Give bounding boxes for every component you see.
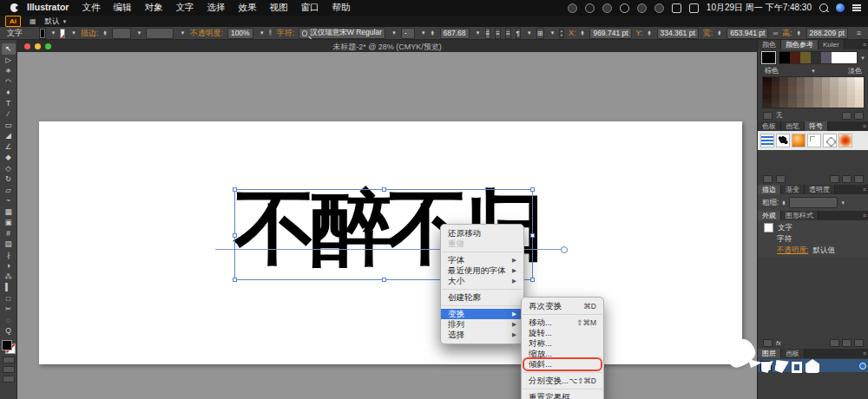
harmony-color-5[interactable] xyxy=(832,52,842,63)
font-size-field[interactable]: 687.68 xyxy=(440,28,470,39)
pen-tool[interactable]: ♦ xyxy=(2,87,16,98)
height-stepper[interactable]: ▲▼ xyxy=(797,30,801,36)
menu-item-arrange[interactable]: 排列▶ xyxy=(441,319,523,330)
display-icon[interactable] xyxy=(672,3,681,13)
menubar-item-1[interactable]: 文件 xyxy=(82,2,100,14)
canvas[interactable]: 不醉不归 xyxy=(17,52,757,399)
spotlight-search-icon[interactable] xyxy=(819,3,828,12)
chevron-down-icon[interactable]: ▼ xyxy=(527,30,532,36)
tab-画笔[interactable]: 画笔 xyxy=(781,121,805,131)
menu-item-size[interactable]: 大小▶ xyxy=(441,276,523,286)
shape-builder-tool[interactable]: ▣ xyxy=(2,217,16,228)
harmony-color-4[interactable] xyxy=(821,52,832,63)
arrange-documents-icon[interactable]: ▦ xyxy=(30,17,36,25)
chevron-down-icon[interactable]: ▼ xyxy=(860,56,865,61)
color-variation-swatch[interactable] xyxy=(847,103,856,108)
symbol-sprayer-tool[interactable]: ⁂ xyxy=(2,271,16,283)
menu-item-transform-again[interactable]: 再次变换⌘D xyxy=(522,301,603,311)
color-variations-grid[interactable] xyxy=(762,76,865,108)
handle-middle-left[interactable] xyxy=(233,233,237,238)
menu-item-rotate[interactable]: 旋转... xyxy=(522,328,603,338)
gradient-tool[interactable]: ▤ xyxy=(2,239,16,250)
artboard-tool[interactable]: □ xyxy=(2,293,16,304)
y-field[interactable]: 334.361 pt xyxy=(657,28,699,39)
stroke-profile-select[interactable] xyxy=(146,28,174,39)
symbol-blank[interactable] xyxy=(807,134,821,147)
font-family-select[interactable]: 汉仪瑞意宋W Regular xyxy=(299,28,385,39)
status-icon-3[interactable] xyxy=(602,3,612,13)
bluetooth-icon[interactable] xyxy=(637,3,647,13)
tab-颜色参考[interactable]: 颜色参考 xyxy=(781,40,819,49)
fill-stroke-indicator[interactable] xyxy=(2,340,16,354)
chevron-down-icon[interactable]: ▼ xyxy=(840,200,845,206)
appearance-row-0[interactable]: 文字 xyxy=(758,222,868,233)
stroke-color-swatch[interactable] xyxy=(60,29,64,38)
chevron-down-icon[interactable]: ▼ xyxy=(137,30,142,36)
color-variation-swatch[interactable] xyxy=(779,103,788,108)
blend-tool[interactable]: ◑ xyxy=(2,260,16,271)
rectangle-tool[interactable]: ▭ xyxy=(2,120,16,131)
stroke-weight-stepper[interactable]: ▲▼ xyxy=(102,30,107,36)
current-color-swatch[interactable] xyxy=(761,51,776,64)
symbol-libraries-icon[interactable] xyxy=(763,175,773,183)
handle-bottom-center[interactable] xyxy=(382,278,386,282)
layer-selection-indicator[interactable] xyxy=(859,363,866,370)
lasso-tool[interactable]: ◠ xyxy=(2,76,16,88)
panel-menu-icon[interactable]: ≡ xyxy=(863,185,868,194)
width-tool[interactable]: ~ xyxy=(2,195,16,206)
menubar-item-6[interactable]: 效果 xyxy=(238,2,256,14)
tab-外观[interactable]: 外观 xyxy=(758,211,781,220)
workspace-switcher[interactable]: 默认 ▼ xyxy=(45,16,68,27)
link-dimensions-icon[interactable]: ∞ xyxy=(773,29,778,37)
menu-item-font[interactable]: 字体▶ xyxy=(441,255,523,265)
new-stroke-icon[interactable] xyxy=(763,339,773,347)
menubar-item-4[interactable]: 文字 xyxy=(175,2,194,14)
direct-selection-tool[interactable]: ▷ xyxy=(2,55,16,66)
volume-icon[interactable] xyxy=(654,3,664,13)
menu-item-select[interactable]: 选择▶ xyxy=(441,330,523,340)
weight-stepper[interactable]: ▲▼ xyxy=(781,200,786,206)
tab-图层[interactable]: 图层 xyxy=(758,349,781,358)
input-source-icon[interactable] xyxy=(689,3,699,13)
handle-bottom-left[interactable] xyxy=(233,278,237,282)
selection-tool[interactable]: ↖ xyxy=(2,43,16,55)
paragraph-panel-icon[interactable]: ¶ xyxy=(516,28,521,39)
chevron-down-icon[interactable]: ▼ xyxy=(550,30,556,36)
apple-logo-icon[interactable] xyxy=(10,3,18,12)
eraser-tool[interactable]: ◇ xyxy=(2,163,16,174)
magic-wand-tool[interactable]: ∗ xyxy=(2,65,16,76)
handle-middle-right[interactable] xyxy=(530,233,535,238)
tab-Kuler[interactable]: Kuler xyxy=(819,40,845,49)
reference-point-icon[interactable] xyxy=(559,29,563,38)
color-variation-swatch[interactable] xyxy=(797,103,806,108)
color-variation-swatch[interactable] xyxy=(822,103,831,108)
delete-item-icon[interactable] xyxy=(854,339,864,347)
menu-item-reflect[interactable]: 对称... xyxy=(522,338,603,349)
width-stepper[interactable]: ▲▼ xyxy=(717,30,721,36)
line-tool[interactable]: ∕ xyxy=(2,108,16,120)
status-icon-4[interactable] xyxy=(620,3,629,13)
paintbrush-tool[interactable]: ◢ xyxy=(2,130,16,141)
opacity-link[interactable]: 不透明度: xyxy=(189,28,223,39)
blob-brush-tool[interactable]: ◆ xyxy=(2,152,16,163)
x-stepper[interactable]: ▲▼ xyxy=(580,30,584,36)
pencil-tool[interactable]: ∠ xyxy=(2,141,16,153)
menu-item-move[interactable]: 移动...⇧⌘M xyxy=(522,317,603,328)
menu-item-undo-move[interactable]: 还原移动 xyxy=(441,228,523,239)
align-right-icon[interactable]: ≡ xyxy=(505,28,511,39)
chevron-down-icon[interactable]: ▼ xyxy=(180,30,185,36)
handle-bottom-right[interactable] xyxy=(530,278,535,282)
panel-menu-icon[interactable]: ≡ xyxy=(863,40,868,49)
handle-top-left[interactable] xyxy=(233,187,237,192)
tab-颜色[interactable]: 颜色 xyxy=(758,40,781,49)
weight-field[interactable] xyxy=(789,197,838,208)
place-symbol-icon[interactable] xyxy=(776,175,786,183)
font-size-stepper[interactable]: ▲▼ xyxy=(431,30,435,36)
stroke-weight-field[interactable] xyxy=(112,28,130,39)
fill-chip[interactable] xyxy=(2,340,12,350)
fx-icon[interactable]: fx xyxy=(776,339,781,347)
menubar-item-3[interactable]: 对象 xyxy=(144,2,162,14)
siri-icon[interactable] xyxy=(836,3,845,12)
x-field[interactable]: 969.741 pt xyxy=(589,28,631,39)
stroke-link[interactable]: 描边: xyxy=(81,28,99,39)
